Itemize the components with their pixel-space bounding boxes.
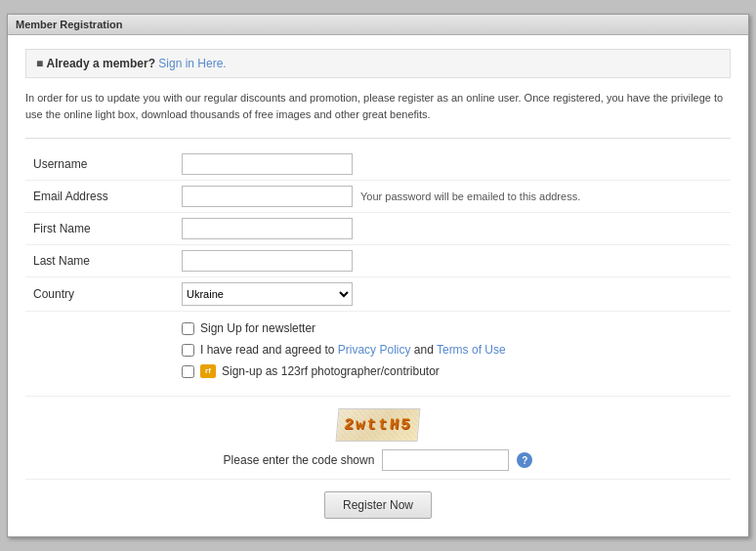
already-member-banner: ■ Already a member? Sign in Here. [25, 49, 731, 78]
email-label: Email Address [25, 190, 182, 203]
form-section: Username Email Address Your password wil… [25, 138, 731, 523]
country-control: Ukraine United States United Kingdom Ger… [182, 282, 731, 306]
lastname-control [182, 250, 731, 272]
sign-in-link[interactable]: Sign in Here. [158, 57, 226, 70]
lastname-label: Last Name [25, 254, 182, 268]
newsletter-checkbox-row: Sign Up for newsletter [182, 321, 731, 335]
firstname-control [182, 218, 731, 239]
terms-checkbox[interactable] [182, 344, 194, 357]
captcha-help-icon[interactable]: ? [517, 452, 532, 468]
firstname-row: First Name [25, 213, 731, 245]
already-member-bold: Already a member? [47, 57, 155, 70]
register-button[interactable]: Register Now [324, 491, 432, 519]
firstname-label: First Name [25, 222, 182, 235]
username-label: Username [25, 157, 182, 171]
intro-text: In order for us to update you with our r… [25, 90, 731, 122]
content-area: ■ Already a member? Sign in Here. In ord… [8, 35, 748, 536]
photographer-checkbox-row: rf Sign-up as 123rf photographer/contrib… [182, 364, 731, 378]
lastname-input[interactable] [182, 250, 353, 272]
captcha-row: Please enter the code shown ? [224, 449, 533, 471]
title-bar: Member Registration [8, 15, 748, 35]
username-input[interactable] [182, 153, 353, 175]
firstname-input[interactable] [182, 218, 353, 239]
captcha-label: Please enter the code shown [224, 453, 375, 467]
privacy-policy-link[interactable]: Privacy Policy [338, 343, 411, 357]
terms-label: I have read and agreed to Privacy Policy… [200, 343, 506, 357]
captcha-section: 2wttH5 Please enter the code shown ? [25, 397, 731, 480]
captcha-image: 2wttH5 [336, 408, 421, 442]
captcha-input[interactable] [382, 449, 509, 471]
newsletter-checkbox[interactable] [182, 322, 194, 335]
email-row: Email Address Your password will be emai… [25, 181, 731, 213]
username-row: Username [25, 148, 731, 181]
country-select[interactable]: Ukraine United States United Kingdom Ger… [182, 282, 353, 306]
window-title: Member Registration [16, 19, 122, 30]
register-section: Register Now [25, 480, 731, 523]
photographer-icon: rf [200, 364, 216, 378]
terms-checkbox-row: I have read and agreed to Privacy Policy… [182, 343, 731, 357]
email-hint: Your password will be emailed to this ad… [360, 191, 580, 202]
photographer-checkbox[interactable] [182, 365, 194, 378]
country-label: Country [25, 287, 182, 301]
captcha-code: 2wttH5 [343, 416, 412, 434]
registration-window: Member Registration ■ Already a member? … [7, 14, 749, 537]
photographer-label: Sign-up as 123rf photographer/contributo… [222, 364, 440, 378]
terms-of-use-link[interactable]: Terms of Use [437, 343, 506, 357]
username-control [182, 153, 731, 175]
newsletter-label: Sign Up for newsletter [200, 321, 315, 335]
checkboxes-section: Sign Up for newsletter I have read and a… [25, 312, 731, 397]
email-control: Your password will be emailed to this ad… [182, 186, 731, 207]
email-input[interactable] [182, 186, 353, 207]
lastname-row: Last Name [25, 245, 731, 277]
country-row: Country Ukraine United States United Kin… [25, 277, 731, 312]
